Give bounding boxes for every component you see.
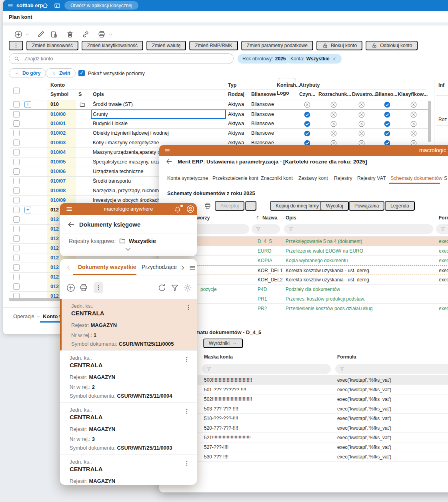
change-waluta-button[interactable]: Zmień walutę <box>146 41 186 50</box>
sort-up-icon[interactable] <box>255 215 260 220</box>
card-menu-icon[interactable] <box>185 304 192 311</box>
print-chevron-icon[interactable] <box>108 32 113 37</box>
schema-row[interactable]: pozycje P4D Podziały dla dokumentów <box>159 285 448 294</box>
document-card[interactable]: Jedn. ks.: CENTRALA Rejestr: MAGAZYN <box>60 455 197 485</box>
search-input[interactable] <box>9 53 234 64</box>
col-group-konto[interactable]: Konto <box>50 82 65 88</box>
schema-row[interactable]: PR2 Przeniesienie kosztów pods.działał.u… <box>159 304 448 313</box>
unlock-account-button[interactable]: Odblokuj konto <box>366 41 418 50</box>
row-checkbox[interactable] <box>13 197 20 203</box>
row-checkbox[interactable] <box>13 149 20 155</box>
col-symbol[interactable]: Symbol <box>50 92 68 97</box>
col-czyn[interactable]: Czyn... <box>299 92 315 97</box>
home-icon[interactable] <box>42 2 48 9</box>
legend-button[interactable]: Legenda <box>385 201 415 211</box>
row-checkbox[interactable] <box>13 274 20 280</box>
position-row[interactable]: 503-???-???-!!!! exec('kwotapl','%fks_va… <box>198 404 448 414</box>
open-classic-button[interactable]: Otwórz w aplikacji klasycznej <box>64 1 138 10</box>
year-filter-chip[interactable]: Rok obrotowy:2025 <box>238 54 290 64</box>
change-klasyfikowalnosc-button[interactable]: Zmień klasyfikowalność <box>82 41 143 50</box>
col-rozrachunk[interactable]: Rozrachunk... <box>318 92 351 97</box>
document-card[interactable]: Jedn. ks.: CENTRALA Rejestr: MAGAZYN Nr … <box>60 351 197 402</box>
col-formula-2[interactable]: Formuła <box>337 354 356 360</box>
col-logo[interactable]: Logo <box>277 90 289 96</box>
tab-incoming[interactable]: Przychodzące <box>142 264 177 270</box>
add-document-icon[interactable] <box>66 283 75 292</box>
row-checkbox[interactable] <box>13 216 20 223</box>
position-row[interactable]: 502!!!!!!!!!!!!!!!!!!!!!!!!!!!!!! exec('… <box>198 394 448 404</box>
row-checkbox[interactable] <box>13 159 20 165</box>
filter-icon[interactable] <box>170 283 179 292</box>
row-checkbox[interactable] <box>13 168 20 175</box>
vertical-scrollbar[interactable] <box>428 101 431 142</box>
col-opis[interactable]: Opis <box>286 215 296 221</box>
link-icon[interactable] <box>82 30 90 38</box>
select-all-checkbox[interactable] <box>13 88 20 94</box>
col-rodzaj[interactable]: Rodzaj <box>228 92 244 97</box>
document-card-selected[interactable]: Jedn. ks.: CENTRALA Rejestr: MAGAZYN Nr … <box>60 299 197 351</box>
copy-button[interactable] <box>245 201 256 211</box>
col-bilanso[interactable]: Bilanso... <box>375 92 398 97</box>
lock-account-button[interactable]: Blokuj konto <box>316 41 362 50</box>
schema-row[interactable]: KOPIA Kopia wybranego dokumentu exec( <box>159 256 448 265</box>
operations-dropdown[interactable]: Operacje <box>13 313 41 319</box>
tab-znaczniki-kont[interactable]: Znaczniki kont <box>261 175 293 181</box>
row-checkbox[interactable] <box>13 283 20 290</box>
card-menu-icon[interactable] <box>183 356 190 363</box>
classic-app-icon[interactable] <box>54 2 60 9</box>
tabs-next-icon[interactable] <box>179 264 186 271</box>
table-row-selected[interactable]: 010/00 Grunty Aktywa Bilansowe <box>10 110 428 119</box>
expand-icon[interactable]: + <box>24 101 31 108</box>
col-klasyfikow[interactable]: Klasyfikow... <box>398 92 428 97</box>
filter-nazwa[interactable] <box>252 224 280 234</box>
col-maska-konta[interactable]: Maska konta <box>204 354 233 360</box>
collapse-button[interactable]: Zwiń <box>46 68 76 78</box>
more-actions-button[interactable] <box>9 41 23 50</box>
tabs-prev-icon[interactable] <box>65 264 72 271</box>
tab-przeksztalcenie-kont[interactable]: Przekształcenie kont <box>212 175 258 181</box>
card-menu-icon[interactable] <box>183 408 190 415</box>
filter-formula[interactable] <box>436 224 448 234</box>
col-s[interactable]: S <box>78 92 82 97</box>
schema-row[interactable]: EURO Przeliczenie walut EUGiW na EURO ex… <box>159 246 448 256</box>
menu-icon[interactable] <box>7 2 14 9</box>
add-account-icon[interactable] <box>14 30 22 38</box>
table-row[interactable]: + 010 Środki trwałe (ST) Aktywa Bilansow… <box>10 100 428 110</box>
position-row[interactable]: 501-???-??????-!!!! exec('kwotapl','%fks… <box>198 385 448 394</box>
row-checkbox[interactable] <box>13 120 20 127</box>
tab-rejestry[interactable]: Rejestry <box>334 175 352 181</box>
col-group-atrybuty[interactable]: Atrybuty <box>299 82 320 88</box>
show-all-levels-checkbox[interactable] <box>78 70 85 76</box>
change-bilansowosc-button[interactable]: Zmień bilansowość <box>26 41 78 50</box>
filter-opis[interactable] <box>284 224 433 234</box>
more-actions-button[interactable] <box>94 282 103 293</box>
col-nazwa[interactable]: Nazwa <box>262 215 277 221</box>
tab-schematy-dokumentow[interactable]: Schematy dokumentów <box>390 175 442 181</box>
withdraw-button[interactable]: Wycofaj <box>320 201 349 211</box>
position-row[interactable]: 521!!!!!!!!!!!!!!!!!!!!!!!!!!!!! exec('k… <box>198 433 448 442</box>
refresh-icon[interactable] <box>158 283 166 292</box>
col-opis[interactable]: Opis <box>93 92 104 97</box>
tabs-list-icon[interactable] <box>189 264 196 271</box>
chip-close-icon[interactable] <box>332 56 337 62</box>
registry-expand-icon[interactable] <box>124 245 132 253</box>
schema-row[interactable]: PR1 Przenies. kosztów produkcji podstaw. <box>159 294 448 304</box>
change-rmp-button[interactable]: Zmień RMP/RMK <box>189 41 238 50</box>
row-checkbox[interactable] <box>13 187 20 194</box>
col-formula[interactable]: Formuła <box>439 215 448 221</box>
tab-all-documents[interactable]: Dokumenty wszystkie <box>78 264 136 270</box>
change-podatkowe-button[interactable]: Zmień parametry podatkowe <box>241 41 313 50</box>
wyrozniki-button[interactable]: Wyróżniki <box>203 339 243 348</box>
accept-button[interactable]: Akceptuj <box>215 201 244 211</box>
tab-partial[interactable]: S <box>444 175 447 181</box>
row-checkbox[interactable] <box>13 101 20 108</box>
row-checkbox[interactable] <box>13 178 20 184</box>
print-icon[interactable] <box>98 30 106 38</box>
row-checkbox[interactable] <box>13 139 20 146</box>
registry-value[interactable]: Wszystkie <box>129 238 156 244</box>
filter-maska[interactable] <box>202 364 331 374</box>
document-info-icon[interactable] <box>50 30 58 38</box>
position-row[interactable]: 510-???-???-!!!! exec('kwotapl','%fks_va… <box>198 414 448 423</box>
row-checkbox[interactable] <box>13 245 20 251</box>
delete-icon[interactable] <box>66 30 74 38</box>
